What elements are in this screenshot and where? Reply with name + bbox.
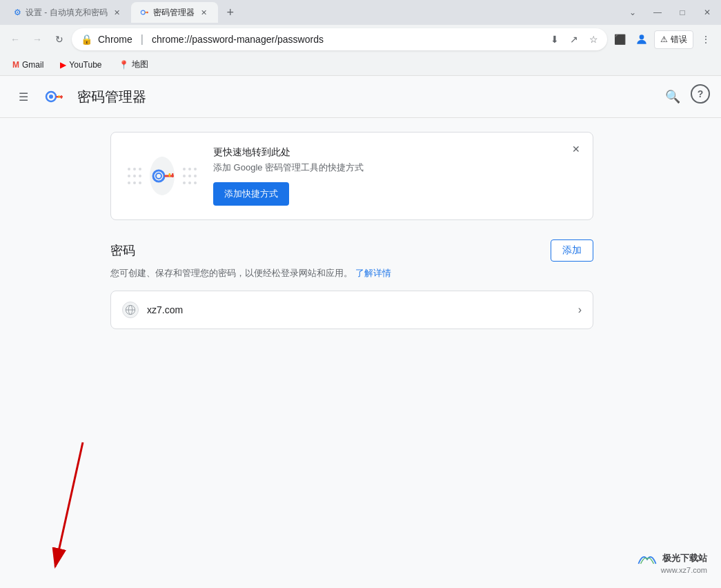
maximize-button[interactable]: □: [674, 4, 691, 21]
maps-icon: 📍: [119, 60, 129, 70]
extensions-button[interactable]: ⬛: [610, 30, 629, 49]
close-icon: ✕: [572, 144, 580, 155]
passwords-section: 密码 添加 您可创建、保存和管理您的密码，以便经松登录网站和应用。 了解详情: [110, 239, 593, 329]
password-manager-tab-close[interactable]: ✕: [199, 7, 210, 18]
svg-point-6: [49, 95, 53, 99]
address-url: chrome://password-manager/passwords: [152, 34, 545, 45]
svg-rect-14: [169, 173, 171, 177]
error-button[interactable]: ⚠ 错误: [654, 30, 693, 49]
share-icon[interactable]: ↗: [570, 34, 578, 45]
minimize-button[interactable]: —: [649, 4, 666, 21]
pm-search-button[interactable]: 🔍: [660, 84, 685, 109]
profile-button[interactable]: [632, 30, 651, 49]
maps-label: 地图: [132, 59, 148, 70]
watermark-url: www.xz7.com: [661, 566, 707, 574]
browser-frame: ⚙ 设置 - 自动填充和密码 ✕ 密码管理器 ✕ + ⌄ — □ ✕ ← → ↻: [0, 0, 721, 588]
bookmark-youtube[interactable]: ▶ YouTube: [56, 59, 106, 71]
address-separator: |: [141, 33, 144, 46]
youtube-label: YouTube: [69, 60, 101, 70]
svg-point-11: [156, 173, 161, 179]
add-password-button[interactable]: 添加: [551, 239, 593, 262]
pm-page-title: 密码管理器: [77, 88, 146, 106]
bookmark-icon[interactable]: ☆: [589, 34, 598, 45]
tab-password-manager[interactable]: 密码管理器 ✕: [131, 2, 218, 23]
add-shortcut-button[interactable]: 添加快捷方式: [213, 182, 289, 206]
chevron-right-icon: ›: [578, 304, 582, 316]
window-controls: ⌄ — □ ✕: [624, 4, 715, 21]
annotation-arrow: [34, 435, 117, 587]
address-brand: Chrome: [98, 34, 132, 45]
svg-point-0: [141, 10, 145, 14]
site-name: xz7.com: [147, 304, 570, 315]
bookmark-gmail[interactable]: M Gmail: [8, 59, 48, 71]
refresh-button[interactable]: ↻: [50, 30, 69, 49]
close-button[interactable]: ✕: [699, 4, 715, 21]
site-favicon-icon: [122, 302, 139, 318]
passwords-title: 密码: [110, 242, 135, 259]
forward-button[interactable]: →: [28, 30, 47, 49]
pm-logo: [44, 87, 63, 106]
password-manager-tab-icon: [139, 8, 149, 17]
youtube-icon: ▶: [60, 60, 66, 70]
gmail-label: Gmail: [22, 60, 43, 70]
promo-close-button[interactable]: ✕: [568, 141, 584, 157]
menu-button[interactable]: ⋮: [696, 30, 715, 49]
page-content: ☰ 密码管理器 🔍 ? ✕: [0, 76, 721, 588]
hamburger-icon: ☰: [19, 90, 28, 104]
pm-header: ☰ 密码管理器 🔍 ?: [0, 76, 721, 118]
svg-rect-13: [172, 173, 174, 177]
passwords-header: 密码 添加: [110, 239, 593, 262]
svg-rect-9: [59, 95, 60, 98]
error-label: 错误: [671, 34, 687, 46]
tab-settings[interactable]: ⚙ 设置 - 自动填充和密码 ✕: [6, 2, 131, 23]
promo-card: ✕: [110, 132, 593, 220]
learn-more-link[interactable]: 了解详情: [355, 268, 391, 278]
toolbar: ← → ↻ 🔒 Chrome | chrome://password-manag…: [0, 25, 721, 54]
key-illustration: [150, 157, 175, 195]
bookmark-maps[interactable]: 📍 地图: [115, 57, 152, 72]
passwords-description: 您可创建、保存和管理您的密码，以便经松登录网站和应用。 了解详情: [110, 267, 593, 280]
download-icon[interactable]: ⬇: [551, 34, 559, 45]
svg-point-4: [640, 35, 644, 39]
watermark: 极光下载站 www.xz7.com: [636, 551, 707, 574]
back-button[interactable]: ←: [6, 30, 25, 49]
promo-content: 更快速地转到此处 添加 Google 密码管理工具的快捷方式 添加快捷方式: [213, 146, 576, 206]
promo-illustration: [128, 148, 197, 204]
svg-point-10: [153, 170, 164, 182]
promo-subtitle: 添加 Google 密码管理工具的快捷方式: [213, 161, 576, 174]
error-icon: ⚠: [660, 35, 668, 44]
pm-key-logo: [44, 87, 63, 106]
watermark-name: 极光下载站: [662, 552, 707, 565]
pm-help-button[interactable]: ?: [691, 84, 710, 104]
settings-tab-label: 设置 - 自动填充和密码: [26, 7, 108, 19]
new-tab-button[interactable]: +: [221, 3, 240, 22]
pm-header-right: 🔍 ?: [660, 84, 710, 109]
chevron-down-icon[interactable]: ⌄: [624, 4, 641, 21]
settings-tab-icon: ⚙: [14, 8, 21, 17]
profile-icon: [635, 32, 649, 46]
password-list-item[interactable]: xz7.com ›: [110, 291, 593, 329]
title-bar: ⚙ 设置 - 自动填充和密码 ✕ 密码管理器 ✕ + ⌄ — □ ✕: [0, 0, 721, 25]
svg-line-19: [55, 442, 83, 567]
watermark-logo-icon: [636, 551, 658, 566]
protocol-icon: 🔒: [81, 34, 92, 45]
promo-title: 更快速地转到此处: [213, 146, 576, 159]
svg-rect-8: [61, 95, 62, 99]
password-manager-tab-label: 密码管理器: [153, 7, 195, 19]
toolbar-right: ⬛ ⚠ 错误 ⋮: [610, 30, 715, 49]
gmail-icon: M: [12, 60, 19, 70]
pm-menu-button[interactable]: ☰: [11, 84, 36, 109]
pm-main: ✕: [0, 118, 721, 588]
address-bar[interactable]: 🔒 Chrome | chrome://password-manager/pas…: [72, 28, 607, 50]
settings-tab-close[interactable]: ✕: [112, 7, 123, 18]
bookmarks-bar: M Gmail ▶ YouTube 📍 地图: [0, 54, 721, 76]
